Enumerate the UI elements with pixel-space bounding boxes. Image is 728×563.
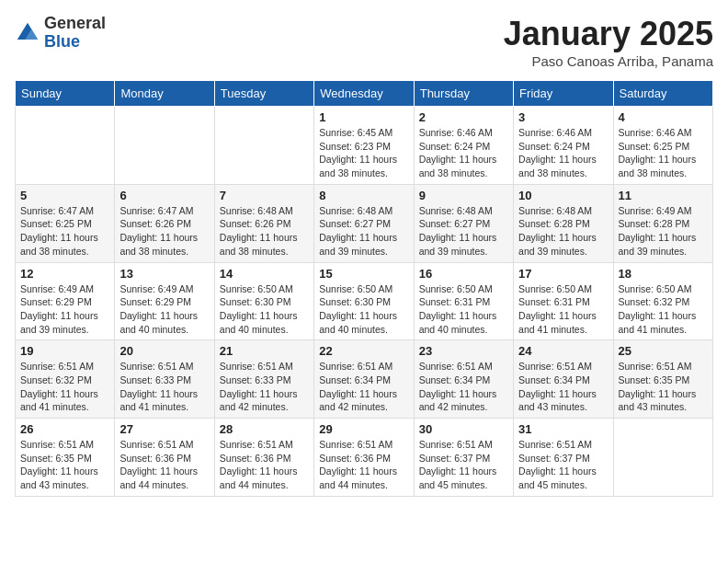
calendar-cell: 26Sunrise: 6:51 AMSunset: 6:35 PMDayligh… xyxy=(16,419,115,497)
sunrise-text: Sunrise: 6:47 AM xyxy=(119,204,209,218)
day-number: 19 xyxy=(20,344,109,358)
calendar-cell: 18Sunrise: 6:50 AMSunset: 6:32 PMDayligh… xyxy=(613,262,712,340)
page-header: General Blue January 2025 Paso Canoas Ar… xyxy=(15,15,713,69)
daylight-text: Daylight: 11 hours and 44 minutes. xyxy=(319,465,408,491)
daylight-text: Daylight: 11 hours and 43 minutes. xyxy=(20,465,109,491)
calendar-cell: 7Sunrise: 6:48 AMSunset: 6:26 PMDaylight… xyxy=(214,184,313,262)
calendar-week-row: 5Sunrise: 6:47 AMSunset: 6:25 PMDaylight… xyxy=(16,184,713,262)
calendar-week-row: 26Sunrise: 6:51 AMSunset: 6:35 PMDayligh… xyxy=(16,419,713,497)
sunrise-text: Sunrise: 6:51 AM xyxy=(518,360,608,373)
weekday-header: Saturday xyxy=(613,81,712,107)
daylight-text: Daylight: 11 hours and 41 minutes. xyxy=(518,309,608,336)
location-subtitle: Paso Canoas Arriba, Panama xyxy=(504,53,713,69)
sunrise-text: Sunrise: 6:50 AM xyxy=(518,282,608,296)
sunrise-text: Sunrise: 6:51 AM xyxy=(119,438,209,452)
daylight-text: Daylight: 11 hours and 41 minutes. xyxy=(20,387,109,414)
calendar-cell: 9Sunrise: 6:48 AMSunset: 6:27 PMDaylight… xyxy=(414,184,513,262)
calendar-cell: 2Sunrise: 6:46 AMSunset: 6:24 PMDaylight… xyxy=(414,107,513,185)
sunrise-text: Sunrise: 6:50 AM xyxy=(619,282,708,296)
day-number: 21 xyxy=(220,344,309,358)
daylight-text: Daylight: 11 hours and 44 minutes. xyxy=(119,465,209,491)
weekday-header: Tuesday xyxy=(214,81,313,107)
day-info: Sunrise: 6:49 AMSunset: 6:29 PMDaylight:… xyxy=(119,282,209,337)
logo-icon xyxy=(15,20,40,46)
daylight-text: Daylight: 11 hours and 39 minutes. xyxy=(518,231,608,258)
day-number: 30 xyxy=(419,422,508,436)
sunrise-text: Sunrise: 6:48 AM xyxy=(319,204,408,218)
calendar-cell: 4Sunrise: 6:46 AMSunset: 6:25 PMDaylight… xyxy=(613,107,712,185)
daylight-text: Daylight: 11 hours and 45 minutes. xyxy=(518,465,608,491)
daylight-text: Daylight: 11 hours and 43 minutes. xyxy=(518,387,608,414)
calendar-cell xyxy=(115,107,214,185)
day-info: Sunrise: 6:51 AMSunset: 6:35 PMDaylight:… xyxy=(619,360,708,414)
day-number: 24 xyxy=(518,344,608,358)
sunrise-text: Sunrise: 6:49 AM xyxy=(119,282,209,296)
day-number: 23 xyxy=(419,344,508,358)
sunset-text: Sunset: 6:33 PM xyxy=(119,373,209,387)
daylight-text: Daylight: 11 hours and 39 minutes. xyxy=(319,231,408,258)
sunset-text: Sunset: 6:32 PM xyxy=(619,295,708,309)
sunrise-text: Sunrise: 6:51 AM xyxy=(619,360,708,373)
day-number: 25 xyxy=(619,344,708,358)
daylight-text: Daylight: 11 hours and 38 minutes. xyxy=(518,153,608,179)
sunset-text: Sunset: 6:26 PM xyxy=(119,217,209,231)
day-info: Sunrise: 6:51 AMSunset: 6:36 PMDaylight:… xyxy=(220,438,309,492)
sunrise-text: Sunrise: 6:51 AM xyxy=(20,360,109,373)
sunrise-text: Sunrise: 6:48 AM xyxy=(220,204,309,218)
daylight-text: Daylight: 11 hours and 38 minutes. xyxy=(220,231,309,258)
logo-blue: Blue xyxy=(44,33,106,52)
daylight-text: Daylight: 11 hours and 39 minutes. xyxy=(20,309,109,336)
day-number: 13 xyxy=(119,267,209,281)
day-info: Sunrise: 6:50 AMSunset: 6:32 PMDaylight:… xyxy=(619,282,708,337)
daylight-text: Daylight: 11 hours and 38 minutes. xyxy=(319,153,408,179)
day-number: 16 xyxy=(419,267,508,281)
sunset-text: Sunset: 6:35 PM xyxy=(619,373,708,387)
calendar-week-row: 1Sunrise: 6:45 AMSunset: 6:23 PMDaylight… xyxy=(16,107,713,185)
daylight-text: Daylight: 11 hours and 39 minutes. xyxy=(419,231,508,258)
calendar-week-row: 12Sunrise: 6:49 AMSunset: 6:29 PMDayligh… xyxy=(16,262,713,340)
daylight-text: Daylight: 11 hours and 40 minutes. xyxy=(220,309,309,336)
day-number: 8 xyxy=(319,189,408,202)
daylight-text: Daylight: 11 hours and 40 minutes. xyxy=(319,309,408,336)
day-info: Sunrise: 6:50 AMSunset: 6:30 PMDaylight:… xyxy=(220,282,309,337)
sunset-text: Sunset: 6:30 PM xyxy=(319,295,408,309)
daylight-text: Daylight: 11 hours and 40 minutes. xyxy=(419,309,508,336)
sunrise-text: Sunrise: 6:51 AM xyxy=(119,360,209,373)
calendar-cell: 14Sunrise: 6:50 AMSunset: 6:30 PMDayligh… xyxy=(214,262,313,340)
sunset-text: Sunset: 6:34 PM xyxy=(419,373,508,387)
calendar-cell: 21Sunrise: 6:51 AMSunset: 6:33 PMDayligh… xyxy=(214,340,313,419)
sunrise-text: Sunrise: 6:46 AM xyxy=(518,126,608,140)
day-number: 11 xyxy=(619,189,708,202)
logo-text: General Blue xyxy=(44,15,106,52)
sunrise-text: Sunrise: 6:47 AM xyxy=(20,204,109,218)
day-number: 15 xyxy=(319,267,408,281)
calendar-cell: 1Sunrise: 6:45 AMSunset: 6:23 PMDaylight… xyxy=(314,107,414,185)
day-number: 22 xyxy=(319,344,408,358)
day-info: Sunrise: 6:46 AMSunset: 6:24 PMDaylight:… xyxy=(518,126,608,180)
calendar-cell: 5Sunrise: 6:47 AMSunset: 6:25 PMDaylight… xyxy=(16,184,115,262)
day-number: 14 xyxy=(220,267,309,281)
calendar-cell: 22Sunrise: 6:51 AMSunset: 6:34 PMDayligh… xyxy=(314,340,414,419)
daylight-text: Daylight: 11 hours and 38 minutes. xyxy=(119,231,209,258)
calendar-cell: 8Sunrise: 6:48 AMSunset: 6:27 PMDaylight… xyxy=(314,184,414,262)
sunset-text: Sunset: 6:32 PM xyxy=(20,373,109,387)
calendar-cell: 12Sunrise: 6:49 AMSunset: 6:29 PMDayligh… xyxy=(16,262,115,340)
sunrise-text: Sunrise: 6:48 AM xyxy=(419,204,508,218)
day-number: 28 xyxy=(220,422,309,436)
sunrise-text: Sunrise: 6:51 AM xyxy=(419,360,508,373)
calendar-cell: 6Sunrise: 6:47 AMSunset: 6:26 PMDaylight… xyxy=(115,184,214,262)
calendar-cell: 13Sunrise: 6:49 AMSunset: 6:29 PMDayligh… xyxy=(115,262,214,340)
day-number: 9 xyxy=(419,189,508,202)
day-number: 29 xyxy=(319,422,408,436)
sunrise-text: Sunrise: 6:46 AM xyxy=(619,126,708,140)
sunrise-text: Sunrise: 6:51 AM xyxy=(419,438,508,452)
sunset-text: Sunset: 6:34 PM xyxy=(518,373,608,387)
calendar-cell: 24Sunrise: 6:51 AMSunset: 6:34 PMDayligh… xyxy=(514,340,613,419)
calendar-cell xyxy=(613,419,712,497)
day-number: 26 xyxy=(20,422,109,436)
weekday-header: Sunday xyxy=(16,81,115,107)
sunset-text: Sunset: 6:37 PM xyxy=(518,452,608,465)
day-info: Sunrise: 6:46 AMSunset: 6:25 PMDaylight:… xyxy=(619,126,708,180)
day-number: 4 xyxy=(619,110,708,124)
day-number: 3 xyxy=(518,110,608,124)
